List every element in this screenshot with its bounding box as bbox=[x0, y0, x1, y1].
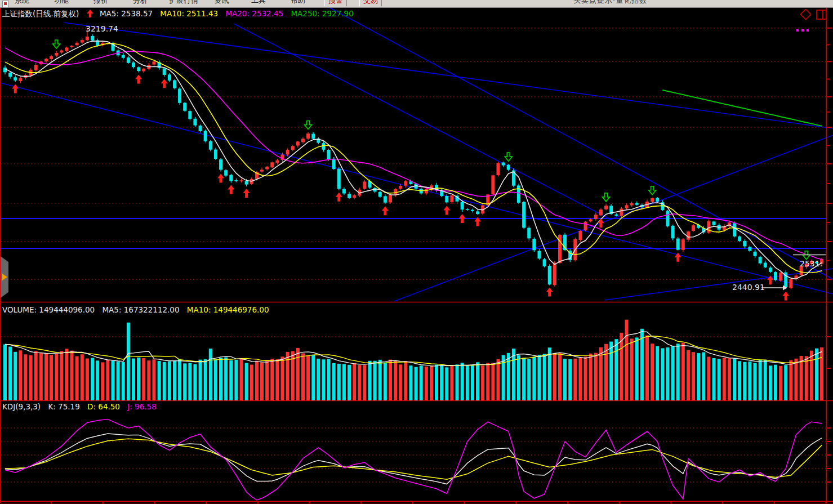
candle bbox=[748, 247, 751, 251]
volume-bar bbox=[789, 360, 792, 400]
candle bbox=[532, 239, 536, 250]
menu-item-9[interactable]: 交易 bbox=[359, 0, 382, 6]
volume-bar bbox=[296, 348, 300, 400]
menu-item-3[interactable]: 分析 bbox=[133, 0, 148, 6]
buy-signal-arrow bbox=[382, 206, 389, 215]
menu-item-1[interactable]: 功能 bbox=[54, 0, 69, 6]
candle bbox=[342, 189, 346, 194]
volume-bar bbox=[389, 360, 392, 400]
volume-bar bbox=[656, 346, 659, 400]
volume-bar bbox=[275, 359, 279, 400]
volume-bar bbox=[209, 349, 212, 400]
volume-bar bbox=[168, 362, 171, 400]
candle bbox=[301, 139, 305, 142]
volume-bar bbox=[358, 365, 361, 400]
candle bbox=[676, 239, 680, 250]
volume-bar bbox=[404, 361, 407, 400]
buy-signal-arrow bbox=[228, 185, 234, 194]
volume-bar bbox=[399, 364, 402, 400]
candle bbox=[733, 223, 736, 237]
volume-bar bbox=[568, 359, 572, 400]
candle bbox=[471, 210, 474, 211]
candle bbox=[199, 126, 202, 131]
volume-bar bbox=[127, 323, 130, 400]
volume-value: VOLUME: 149444096.00 bbox=[2, 305, 95, 314]
candle bbox=[322, 143, 325, 150]
buy-signal-arrow bbox=[598, 218, 604, 228]
volume-bar bbox=[476, 362, 479, 400]
volume-bar bbox=[589, 354, 593, 400]
sell-signal-arrow bbox=[53, 40, 60, 48]
ma20-value: MA20: 2532.45 bbox=[225, 9, 283, 18]
volume-bar bbox=[137, 358, 140, 400]
volume-bar bbox=[265, 360, 269, 400]
candle bbox=[666, 211, 669, 226]
candle bbox=[671, 226, 675, 238]
volume-bar bbox=[245, 363, 248, 400]
volume-bar bbox=[8, 347, 12, 400]
candle bbox=[630, 203, 634, 206]
volume-bar bbox=[697, 353, 700, 400]
menu-item-4[interactable]: 扩展行情 bbox=[169, 0, 198, 6]
volume-bar bbox=[754, 363, 757, 400]
candle bbox=[142, 69, 145, 72]
sell-signal-arrow bbox=[603, 193, 610, 202]
menu-item-0[interactable]: 系统 bbox=[15, 0, 29, 6]
menu-item-8[interactable]: 预警 bbox=[324, 0, 347, 6]
candle bbox=[507, 165, 510, 170]
panel-expander[interactable] bbox=[1, 256, 8, 298]
candle bbox=[50, 56, 53, 59]
candle bbox=[183, 103, 186, 111]
candle bbox=[578, 231, 582, 240]
volume-bar bbox=[260, 362, 264, 400]
volume-bar bbox=[620, 333, 623, 400]
candle bbox=[738, 237, 741, 241]
volume-bar bbox=[609, 342, 613, 400]
volume-bar bbox=[163, 362, 166, 400]
chart-canvas[interactable] bbox=[0, 0, 833, 504]
candle bbox=[594, 215, 598, 219]
menu-item-6[interactable]: 工具 bbox=[251, 0, 266, 6]
expand-right-icon bbox=[2, 274, 7, 280]
candle bbox=[754, 252, 757, 256]
buy-signal-arrow bbox=[546, 288, 553, 297]
candle bbox=[404, 181, 407, 185]
candle bbox=[625, 205, 629, 208]
volume-bar bbox=[491, 363, 495, 400]
volume-bar bbox=[353, 363, 356, 400]
buy-signal-arrow bbox=[243, 189, 250, 198]
volume-bar bbox=[676, 344, 680, 400]
kdj-k-value: K: 75.19 bbox=[48, 402, 79, 411]
volume-bar bbox=[573, 359, 577, 400]
volume-bar bbox=[769, 365, 772, 400]
app-icon[interactable] bbox=[2, 1, 9, 8]
candle bbox=[692, 225, 695, 231]
candle bbox=[589, 219, 593, 221]
volume-bar bbox=[779, 366, 782, 400]
volume-bar bbox=[317, 359, 320, 400]
volume-bar bbox=[430, 365, 433, 400]
candle bbox=[127, 57, 130, 63]
candle bbox=[60, 51, 63, 53]
volume-bar bbox=[91, 358, 94, 400]
menu-item-2[interactable]: 报价 bbox=[93, 0, 108, 6]
candle bbox=[296, 141, 300, 145]
kdj-d-value: D: 64.50 bbox=[87, 402, 120, 411]
candle bbox=[353, 195, 356, 198]
volume-bar bbox=[29, 355, 33, 400]
candle bbox=[769, 267, 772, 272]
volume-bar bbox=[425, 367, 428, 400]
volume-bar bbox=[112, 360, 115, 400]
volume-bar bbox=[604, 344, 608, 400]
menu-item-5[interactable]: 资讯 bbox=[214, 0, 229, 6]
volume-bar bbox=[219, 358, 222, 400]
diamond-icon[interactable] bbox=[800, 9, 810, 19]
window-restore-icon[interactable] bbox=[817, 10, 826, 19]
volume-bar bbox=[645, 336, 649, 400]
volume-bar bbox=[327, 359, 331, 400]
menu-item-7[interactable]: 帮助 bbox=[291, 0, 305, 6]
candle bbox=[522, 202, 525, 228]
volume-bar bbox=[280, 356, 284, 400]
more-options-icon[interactable] bbox=[796, 23, 828, 34]
volume-bar bbox=[322, 359, 325, 400]
